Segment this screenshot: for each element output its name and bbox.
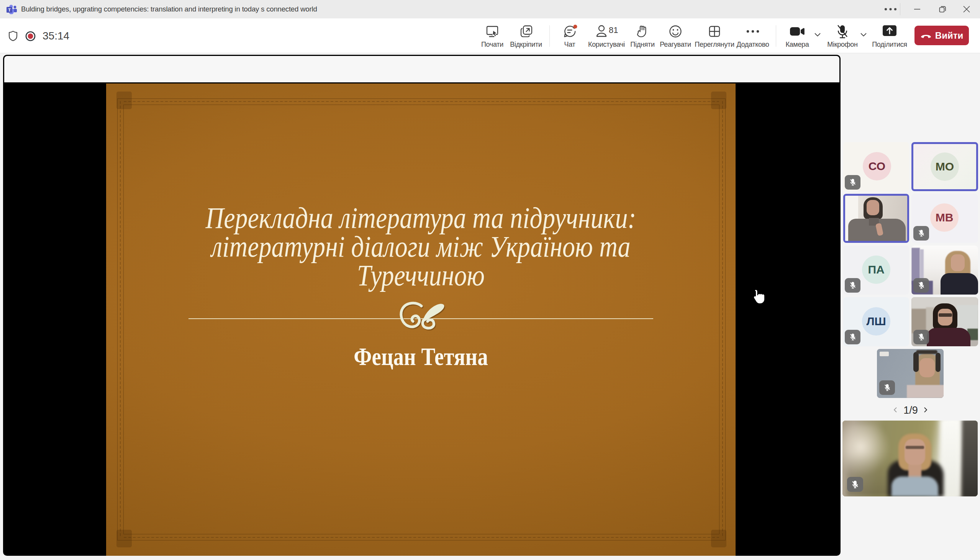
svg-text:T: T <box>8 8 11 12</box>
svg-text:81: 81 <box>609 25 618 35</box>
